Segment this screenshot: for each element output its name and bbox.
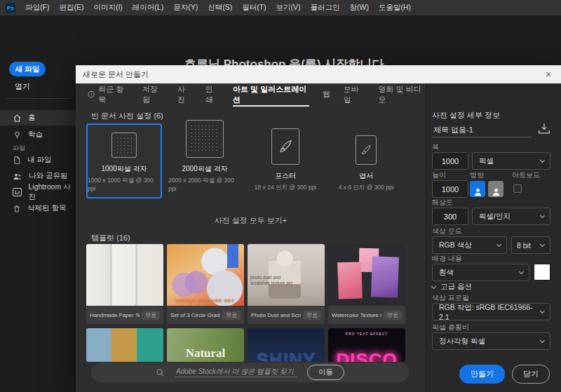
menubar: Ps 파일(F) 편집(E) 이미지(I) 레이어(L) 문자(Y) 선택(S)… — [0, 0, 561, 15]
sidebar-item-learn[interactable]: 학습 — [0, 127, 76, 142]
artboard-checkbox[interactable] — [513, 184, 522, 193]
sidebar-item-deleted[interactable]: 삭제된 항목 — [0, 201, 76, 216]
template-shiny[interactable]: SHINY — [248, 328, 325, 362]
template-fabric-textures[interactable] — [86, 328, 163, 362]
blank-presets-heading: 빈 문서 사전 설정 (6) — [91, 111, 163, 121]
save-preset-icon[interactable] — [538, 123, 550, 137]
tab-saved[interactable]: 저장됨 — [142, 83, 164, 107]
open-button[interactable]: 열기 — [15, 81, 30, 92]
file-icon — [13, 156, 21, 165]
chevron-down-icon — [519, 269, 524, 273]
create-button[interactable]: 만들기 — [459, 365, 505, 384]
chevron-down-icon — [431, 283, 436, 288]
tab-mobile[interactable]: 모바일 — [344, 83, 365, 107]
preset-poster[interactable]: 포스터 18 x 24 인치 @ 300 ppi — [248, 123, 323, 198]
menu-edit[interactable]: 편집(E) — [59, 3, 83, 13]
sidebar-item-label: 삭제된 항목 — [27, 203, 66, 213]
tab-web[interactable]: 웹 — [323, 83, 330, 107]
width-unit-dropdown[interactable]: 픽셀 — [472, 152, 550, 170]
template-handmade-paper[interactable]: Handmade Paper Te... 무료 — [86, 244, 163, 324]
template-thumbnail — [86, 328, 163, 362]
pixel-aspect-value: 정사각형 픽셀 — [439, 337, 485, 346]
background-dropdown[interactable]: 흰색 — [432, 264, 529, 281]
preset-name: 엽서 — [359, 171, 373, 181]
search-input[interactable] — [175, 367, 297, 377]
color-profile-dropdown[interactable]: RGB 작업: sRGB IEC61966-2.1 — [432, 303, 550, 320]
preset-spec: 1000 x 1000 픽셀 @ 300 ppi — [88, 177, 161, 192]
sidebar-item-lightroom[interactable]: Lr Lightroom 사진 — [0, 184, 76, 200]
tab-label: 인쇄 — [205, 84, 219, 105]
template-natural[interactable]: Natural — [167, 328, 244, 362]
preset-name: 1000픽셀 격자 — [101, 164, 147, 174]
preset-spec: 18 x 24 인치 @ 300 ppi — [255, 184, 316, 192]
orientation-landscape-button[interactable] — [488, 181, 503, 197]
tab-recent[interactable]: 최근 항목 — [88, 83, 129, 107]
color-profile-value: RGB 작업: sRGB IEC61966-2.1 — [439, 303, 541, 321]
chevron-down-icon — [496, 241, 501, 246]
menu-view[interactable]: 보기(V) — [276, 3, 301, 13]
menu-window[interactable]: 창(W) — [350, 3, 369, 13]
menu-type[interactable]: 문자(Y) — [173, 3, 198, 13]
document-title-input[interactable] — [432, 126, 532, 137]
menu-help[interactable]: 도움말(H) — [379, 3, 411, 13]
orientation-portrait-button[interactable] — [470, 181, 485, 197]
dialog-actions: 만들기 닫기 — [459, 365, 550, 384]
go-button[interactable]: 이동 — [307, 365, 344, 380]
template-circle-gradients[interactable]: CIRCLE TEXTURE SET Set of 3 Circle Gradi… — [167, 244, 244, 324]
tab-photo[interactable]: 사진 — [177, 83, 192, 107]
background-label: 배경 내용 — [432, 254, 462, 264]
menu-filter[interactable]: 필터(T) — [242, 3, 266, 13]
trash-icon — [13, 204, 21, 213]
sidebar-item-my-files[interactable]: 내 파일 — [0, 152, 76, 168]
details-heading: 사전 설정 세부 정보 — [432, 110, 500, 121]
width-input[interactable] — [432, 152, 468, 170]
thumbnail-overlay-small-text: PRO TEXT EFFECT — [328, 332, 405, 336]
template-watercolor[interactable]: Watercolor Texture O... 무료 — [328, 244, 405, 324]
orientation-label: 방향 — [470, 170, 484, 180]
tab-art-illustration[interactable]: 아트 및 일러스트레이션 — [233, 83, 309, 107]
sidebar-item-label: 내 파일 — [27, 155, 51, 165]
tab-film-video[interactable]: 영화 및 비디오 — [379, 83, 426, 107]
tab-label: 웹 — [323, 89, 330, 100]
new-file-button[interactable]: 새 파일 — [9, 62, 46, 76]
thumbnail-overlay-text: Natural — [167, 346, 244, 360]
resolution-unit-dropdown[interactable]: 픽셀/인치 — [472, 208, 550, 225]
view-all-presets-button[interactable]: 사전 설정 모두 보기+ — [76, 215, 426, 226]
free-badge: 무료 — [222, 311, 241, 320]
dialog-body: 최근 항목 저장됨 사진 인쇄 아트 및 일러스트레이션 웹 모바일 영화 및 … — [76, 83, 561, 392]
menu-select[interactable]: 선택(S) — [208, 3, 232, 13]
template-name: Photo Dust and Scrat... — [251, 312, 301, 318]
preset-1000px-grid[interactable]: 1000픽셀 격자 1000 x 1000 픽셀 @ 300 ppi — [86, 123, 162, 198]
pixel-aspect-label: 픽셀 종횡비 — [432, 323, 469, 332]
template-thumbnail: PRO TEXT EFFECT DISCO — [328, 328, 405, 362]
template-name: Handmade Paper Te... — [90, 312, 140, 318]
sidebar-item-label: Lightroom 사진 — [28, 182, 76, 202]
advanced-options-toggle[interactable]: 고급 옵션 — [432, 282, 472, 292]
height-input[interactable] — [432, 180, 468, 198]
preset-postcard[interactable]: 엽서 4 x 6 인치 @ 300 ppi — [328, 123, 404, 198]
menu-plugins[interactable]: 플러그인 — [311, 3, 340, 13]
preset-details-panel: 사전 설정 세부 정보 폭 픽셀 높이 방향 아트보드 — [426, 83, 561, 392]
template-photo-dust[interactable]: photo dust and scratches texture set Pho… — [248, 244, 325, 324]
menu-layer[interactable]: 레이어(L) — [133, 3, 163, 13]
resolution-unit-value: 픽셀/인치 — [479, 212, 511, 222]
thumbnail-overlay-text: DISCO — [328, 349, 405, 362]
template-disco[interactable]: PRO TEXT EFFECT DISCO — [328, 328, 405, 362]
preset-2000px-grid[interactable]: 2000픽셀 격자 2000 x 2000 픽셀 @ 300 ppi — [167, 123, 243, 198]
menu-image[interactable]: 이미지(I) — [93, 3, 122, 13]
stock-search-bar: 이동 — [91, 363, 409, 382]
pixel-aspect-dropdown[interactable]: 정사각형 픽셀 — [432, 332, 550, 350]
tab-label: 사진 — [177, 84, 192, 105]
close-icon[interactable]: × — [543, 69, 554, 79]
color-mode-dropdown[interactable]: RGB 색상 — [432, 236, 507, 254]
tab-print[interactable]: 인쇄 — [205, 83, 219, 107]
close-button[interactable]: 닫기 — [512, 365, 550, 384]
bit-depth-value: 8 bit — [517, 241, 531, 250]
menu-file[interactable]: 파일(F) — [25, 3, 49, 13]
resolution-input[interactable] — [432, 208, 468, 225]
background-color-swatch[interactable] — [534, 264, 550, 281]
sidebar-item-home[interactable]: 홈 — [0, 110, 76, 126]
width-unit-value: 픽셀 — [479, 156, 494, 166]
bit-depth-dropdown[interactable]: 8 bit — [511, 236, 550, 254]
sidebar-item-shared[interactable]: 나와 공유됨 — [0, 168, 76, 184]
